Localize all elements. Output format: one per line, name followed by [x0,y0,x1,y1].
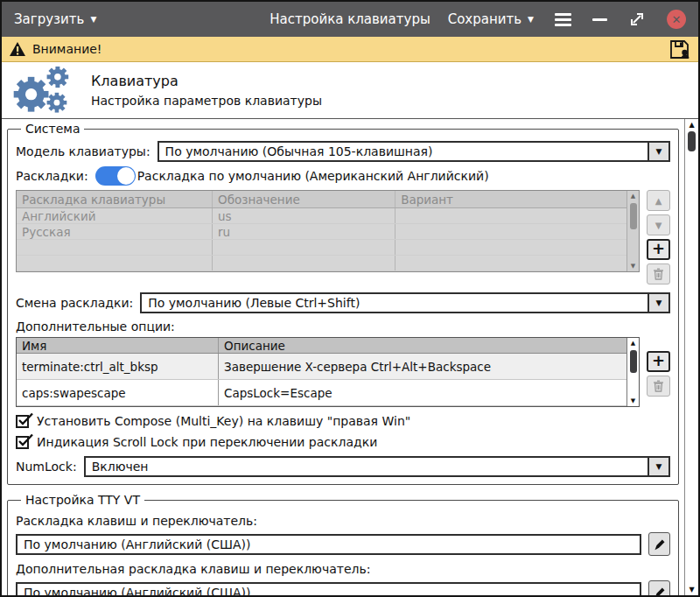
trash-icon [653,268,664,280]
scroll-down-icon[interactable]: ▼ [627,261,639,271]
extra-options-label: Дополнительные опции: [16,320,670,334]
save-menu-label: Сохранить [448,11,522,27]
numlock-select[interactable]: Включен ▼ [84,456,670,477]
cell-variant [395,208,626,223]
cell-code: us [212,208,395,223]
pencil-icon [653,586,666,595]
trash-icon [653,380,664,392]
add-option-button[interactable]: + [647,351,670,372]
numlock-label: NumLock: [16,460,77,474]
scroll-up-icon[interactable]: ▲ [627,338,639,348]
minimize-icon[interactable] [592,18,607,21]
cell-option-desc: Завершение X-сервера Ctrl+Alt+Backspace [218,354,626,379]
save-menu-button[interactable]: Сохранить ▼ [448,11,534,27]
load-menu-button[interactable]: Загрузить ▼ [14,11,96,27]
layouts-table: Раскладка клавиатуры Обозначение Вариант… [16,190,640,272]
cell-option-desc: CapsLock=Escape [218,380,626,405]
layouts-table-header: Раскладка клавиатуры Обозначение Вариант [17,191,626,208]
page-title: Клавиатура [91,73,322,89]
window-title: Настройка клавиатуры [270,11,430,27]
edit-tty-extra-layout-button[interactable] [648,580,670,595]
keyboard-model-value: По умолчанию (Обычная 105-клавишная) [159,143,648,160]
close-icon[interactable]: ✕ [667,10,686,29]
keyboard-settings-window: Загрузить ▼ Настройка клавиатуры Сохрани… [0,0,700,597]
chevron-down-icon: ▼ [90,16,96,24]
checkbox-checked-icon[interactable] [16,436,29,449]
numlock-value: Включен [86,458,648,475]
compose-checkbox-row[interactable]: Установить Compose (Multi_Key) на клавиш… [16,414,670,428]
menu-icon[interactable] [555,13,571,26]
chevron-down-icon[interactable]: ▼ [648,294,668,312]
scroll-thumb[interactable] [630,350,637,373]
table-row[interactable]: terminate:ctrl_alt_bksp Завершение X-сер… [17,354,626,380]
default-layout-toggle[interactable] [95,166,136,186]
cell-variant [395,224,626,239]
move-up-button[interactable]: ▲ [647,190,670,211]
cell-option-name: caps:swapescape [17,380,218,405]
switch-layout-value: По умолчанию (Левые Ctrl+Shift) [142,294,648,312]
scroll-down-icon[interactable]: ▼ [627,396,639,406]
cell-layout: Английский [17,208,212,223]
table-row[interactable]: caps:swapescape CapsLock=Escape [17,380,626,406]
plus-icon: + [652,353,665,369]
pencil-icon [653,537,666,551]
cell-code: ru [212,224,395,239]
table-row[interactable]: Русская ru [17,224,626,240]
edit-tty-layout-button[interactable] [648,532,670,556]
main-scrollbar[interactable]: ▲ ▼ [684,119,698,595]
toggle-knob [117,167,135,185]
cell-option-name: terminate:ctrl_alt_bksp [17,354,218,379]
tty-group-legend: Настройка TTY VT [21,493,144,507]
keyboard-model-label: Модель клавиатуры: [16,144,150,158]
system-group-legend: Система [21,122,84,136]
keyboard-model-select[interactable]: По умолчанию (Обычная 105-клавишная) ▼ [158,141,670,162]
column-header: Обозначение [212,191,395,207]
table-row-empty [17,256,626,271]
tty-layout-field[interactable]: По умолчанию (Английский (США)) [16,534,641,555]
warning-icon [10,42,25,56]
scroll-up-icon[interactable]: ▲ [685,119,698,130]
page-subtitle: Настройка параметров клавиатуры [91,94,322,108]
add-layout-button[interactable]: + [647,239,670,260]
scroll-up-icon[interactable]: ▲ [627,191,639,201]
move-down-button[interactable]: ▼ [647,214,670,235]
delete-layout-button[interactable] [647,263,670,284]
options-table: Имя Описание terminate:ctrl_alt_bksp Зав… [16,337,640,407]
tty-layout-label: Раскладка клавиш и переключатель: [16,514,670,528]
column-header: Имя [17,338,218,353]
settings-scroll-area: Система Модель клавиатуры: По умолчанию … [2,118,698,595]
warning-label: Внимание! [32,42,102,56]
save-file-icon[interactable] [669,39,690,60]
layouts-label: Раскладки: [16,169,88,183]
compose-checkbox-label: Установить Compose (Multi_Key) на клавиш… [37,414,410,428]
cell-layout: Русская [17,224,212,239]
expand-icon[interactable] [628,11,646,28]
load-menu-label: Загрузить [14,11,84,27]
column-header: Вариант [395,191,626,207]
scroll-thumb[interactable] [688,131,696,151]
table-row[interactable]: Английский us [17,208,626,224]
scroll-thumb[interactable] [630,203,637,229]
layouts-table-scrollbar[interactable]: ▲ ▼ [626,191,639,271]
column-header: Раскладка клавиатуры [17,191,212,207]
scroll-down-icon[interactable]: ▼ [685,584,698,595]
titlebar: Загрузить ▼ Настройка клавиатуры Сохрани… [2,2,698,37]
table-row-empty [17,240,626,256]
warning-bar: Внимание! [2,37,698,62]
scrolllock-checkbox-label: Индикация Scroll Lock при переключении р… [37,435,377,449]
checkbox-checked-icon[interactable] [16,415,29,428]
column-header: Описание [218,338,626,353]
layouts-toggle-text: Раскладка по умолчанию (Американский Анг… [137,169,489,183]
chevron-down-icon[interactable]: ▼ [648,458,668,475]
switch-layout-select[interactable]: По умолчанию (Левые Ctrl+Shift) ▼ [140,292,670,313]
chevron-down-icon[interactable]: ▼ [648,143,668,160]
options-table-scrollbar[interactable]: ▲ ▼ [626,338,639,406]
switch-layout-label: Смена раскладки: [16,296,133,310]
gears-icon [9,67,72,114]
tty-extra-layout-field[interactable]: По умолчанию (Английский (США)) [16,582,641,596]
tty-extra-layout-label: Дополнительная раскладка клавиш и перекл… [16,562,670,576]
scrolllock-checkbox-row[interactable]: Индикация Scroll Lock при переключении р… [16,435,670,449]
plus-icon: + [652,241,665,256]
system-group: Система Модель клавиатуры: По умолчанию … [7,122,679,485]
delete-option-button[interactable] [647,376,670,397]
